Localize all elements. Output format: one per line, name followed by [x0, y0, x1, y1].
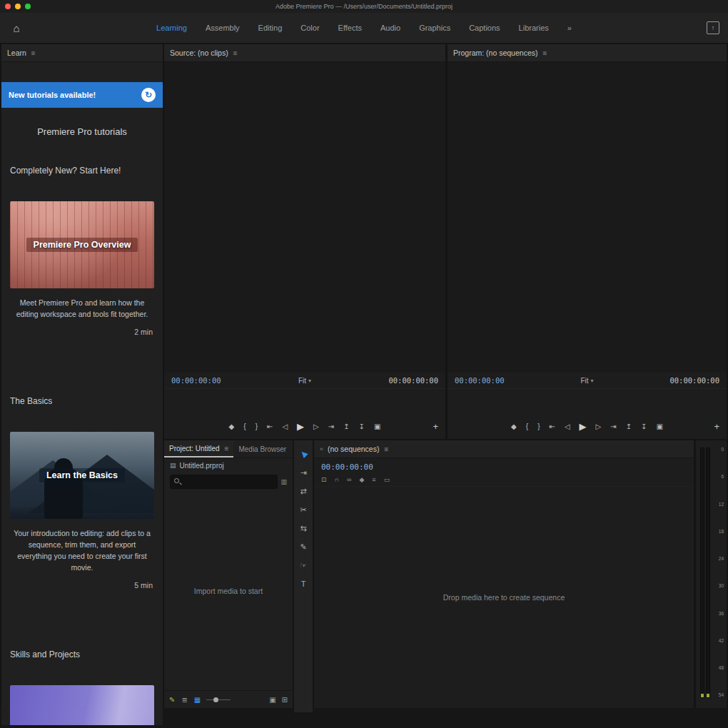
selection-tool[interactable]: ▶: [294, 445, 313, 463]
project-search-row: ▥: [170, 475, 287, 489]
pen-tool[interactable]: ✎: [294, 537, 313, 556]
step-forward-icon[interactable]: ▷: [313, 423, 319, 430]
play-icon[interactable]: ▶: [297, 421, 304, 432]
export-frame-icon[interactable]: ▣: [374, 423, 380, 430]
workspace-tab-color[interactable]: Color: [291, 14, 328, 42]
tutorial-title-overlay: Learn the Basics: [39, 468, 125, 482]
snap-icon[interactable]: ∩: [335, 476, 339, 483]
program-playhead-timecode[interactable]: 00:00:00:00: [455, 376, 505, 385]
add-marker-icon[interactable]: ◆: [511, 423, 517, 430]
tutorial-card-overview[interactable]: Premiere Pro Overview Meet Premiere Pro …: [10, 201, 154, 336]
button-editor-button[interactable]: +: [433, 421, 438, 432]
list-view-icon[interactable]: ≣: [181, 696, 187, 704]
thumbnail-zoom-slider[interactable]: [206, 696, 231, 703]
project-drop-zone[interactable]: Import media to start: [164, 492, 293, 690]
search-input[interactable]: [184, 477, 273, 487]
display-settings-icon[interactable]: ≡: [372, 476, 375, 483]
add-marker-icon[interactable]: ◆: [359, 476, 364, 483]
close-window-button[interactable]: [5, 4, 11, 9]
export-frame-icon[interactable]: ▣: [656, 423, 662, 430]
timeline-tab[interactable]: (no sequences): [328, 445, 379, 453]
mark-out-icon[interactable]: }: [256, 423, 258, 430]
collapse-chevron-icon[interactable]: «: [320, 445, 323, 453]
program-zoom-level-select[interactable]: Fit ▾: [580, 377, 593, 385]
go-to-out-icon[interactable]: ⇥: [328, 423, 334, 430]
zoom-window-button[interactable]: [25, 4, 31, 9]
lift-icon[interactable]: ↥: [626, 423, 632, 430]
step-back-icon[interactable]: ◁: [565, 423, 570, 430]
project-writable-icon[interactable]: ✎: [169, 696, 175, 704]
quick-export-button[interactable]: ↑: [707, 21, 719, 34]
meter-right-channel: [706, 448, 710, 698]
linked-selection-icon[interactable]: ∞: [347, 476, 351, 483]
panel-menu-icon[interactable]: ≡: [384, 445, 388, 453]
panel-menu-icon[interactable]: ≡: [225, 445, 229, 453]
add-marker-icon[interactable]: ◆: [229, 423, 235, 430]
titlebar: Adobe Premiere Pro — /Users/user/Documen…: [0, 0, 728, 13]
timeline-drop-zone[interactable]: Drop media here to create sequence: [314, 487, 694, 708]
workspace-tab-editing[interactable]: Editing: [249, 14, 292, 42]
icon-view-icon[interactable]: ▦: [194, 696, 201, 704]
slider-thumb[interactable]: [213, 697, 218, 702]
search-field[interactable]: [170, 475, 278, 489]
workspace-tab-effects[interactable]: Effects: [329, 14, 371, 42]
button-editor-button[interactable]: +: [714, 421, 719, 432]
mark-out-icon[interactable]: }: [537, 423, 540, 430]
workspace-tab-captions[interactable]: Captions: [460, 14, 509, 42]
workspace-tab-audio[interactable]: Audio: [371, 14, 410, 42]
step-back-icon[interactable]: ◁: [282, 423, 288, 430]
tab-project[interactable]: Project: Untitled ≡: [164, 440, 233, 457]
go-to-in-icon[interactable]: ⇤: [267, 423, 273, 430]
play-icon[interactable]: ▶: [580, 421, 587, 432]
mark-in-icon[interactable]: {: [526, 423, 528, 430]
source-scrub-bar[interactable]: [164, 388, 445, 413]
panel-menu-icon[interactable]: ≡: [542, 49, 547, 57]
workspace-tab-graphics[interactable]: Graphics: [410, 14, 460, 42]
mark-in-icon[interactable]: {: [243, 423, 246, 430]
project-icon: ▤: [170, 462, 176, 469]
nest-toggle-icon[interactable]: ⊡: [321, 476, 327, 483]
new-bin-icon[interactable]: ▣: [269, 696, 275, 704]
step-forward-icon[interactable]: ▷: [596, 423, 602, 430]
tutorial-card-basics[interactable]: Learn the Basics Your introduction to ed…: [10, 432, 154, 590]
type-tool[interactable]: T: [294, 575, 313, 593]
workspace-tabs-overflow[interactable]: »: [558, 14, 581, 42]
go-to-out-icon[interactable]: ⇥: [610, 423, 616, 430]
program-scrub-bar[interactable]: [448, 388, 727, 413]
learn-panel: Learn ≡ New tutorials available! ↻ Premi…: [1, 44, 163, 725]
source-playhead-timecode[interactable]: 00:00:00:00: [171, 376, 221, 385]
slip-tool[interactable]: ⇆: [294, 519, 313, 537]
ripple-edit-tool[interactable]: ⇄: [294, 482, 313, 500]
hand-tool[interactable]: ☞: [294, 556, 313, 575]
learn-panel-tab[interactable]: Learn: [7, 49, 26, 57]
extract-icon[interactable]: ↧: [641, 423, 647, 430]
tab-media-browser[interactable]: Media Browser: [233, 440, 291, 457]
track-select-tool[interactable]: ⇥: [294, 463, 313, 482]
workspace-tab-learning[interactable]: Learning: [147, 14, 196, 42]
refresh-icon[interactable]: ↻: [141, 88, 156, 102]
project-view-buttons: ✎≣▦: [169, 696, 201, 704]
filter-bin-icon[interactable]: ▥: [280, 478, 287, 485]
tutorial-card-skills[interactable]: [10, 685, 154, 725]
tutorial-description: Your introduction to editing: add clips …: [11, 527, 153, 574]
source-zoom-level-select[interactable]: Fit ▾: [298, 377, 311, 385]
workspace-tab-assembly[interactable]: Assembly: [196, 14, 249, 42]
program-monitor-tab[interactable]: Program: (no sequences): [453, 49, 537, 57]
home-button[interactable]: ⌂: [0, 13, 33, 43]
go-to-in-icon[interactable]: ⇤: [549, 423, 555, 430]
workspace-tab-libraries[interactable]: Libraries: [510, 14, 558, 42]
timeline-timecode[interactable]: 00:00:00:00: [314, 458, 694, 472]
tool-icon: ✂: [300, 505, 306, 515]
razor-tool[interactable]: ✂: [294, 500, 313, 519]
source-monitor-tab[interactable]: Source: (no clips): [170, 49, 228, 57]
minimize-window-button[interactable]: [15, 4, 21, 9]
extract-icon[interactable]: ↧: [359, 423, 365, 430]
new-item-icon[interactable]: ⊞: [282, 696, 288, 704]
lift-icon[interactable]: ↥: [343, 423, 349, 430]
caption-track-icon[interactable]: ▭: [384, 476, 390, 483]
window-title: Adobe Premiere Pro — /Users/user/Documen…: [0, 0, 728, 13]
panel-menu-icon[interactable]: ≡: [233, 49, 238, 57]
new-tutorials-banner[interactable]: New tutorials available! ↻: [1, 82, 163, 108]
panel-menu-icon[interactable]: ≡: [31, 49, 36, 57]
tool-icon: ⇆: [300, 524, 306, 533]
